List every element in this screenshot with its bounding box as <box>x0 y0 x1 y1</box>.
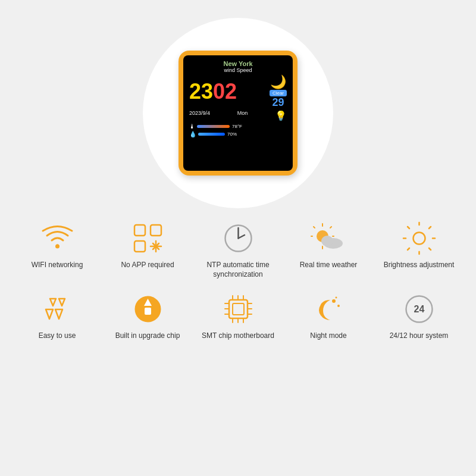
screen-time-row: 2302 🌙 Clear 29 <box>189 74 287 109</box>
screen-city: New York <box>189 60 287 67</box>
thermometer-icon: 🌡 <box>189 123 195 130</box>
screen-weather-label: Clear <box>270 90 287 96</box>
svg-rect-33 <box>233 303 244 315</box>
svg-line-6 <box>238 235 245 239</box>
product-hero: New York wind Speed 2302 🌙 Clear 29 <box>0 0 476 214</box>
device-mockup: New York wind Speed 2302 🌙 Clear 29 <box>178 51 298 176</box>
svg-marker-26 <box>59 299 65 306</box>
feature-brightness: Brightness adjustment <box>380 220 458 270</box>
screen-sensors: 🌡 78°F 💧 70% <box>189 123 287 137</box>
svg-line-21 <box>408 227 409 228</box>
bulb-icon: 💡 <box>275 110 287 121</box>
device-screen: New York wind Speed 2302 🌙 Clear 29 <box>183 55 293 171</box>
smt-label: SMT chip motherboard <box>202 331 274 341</box>
svg-point-0 <box>55 244 60 248</box>
svg-rect-2 <box>151 225 161 236</box>
wifi-label: WIFI networking <box>32 261 83 270</box>
feature-clock: 24 24/12 hour system <box>380 291 458 341</box>
temp-bar <box>197 125 230 128</box>
moon-icon: 🌙 <box>270 74 286 90</box>
screen-date-row: 2023/9/4 Mon 💡 <box>189 110 287 121</box>
ntp-icon <box>220 220 256 256</box>
night-icon <box>311 291 346 327</box>
features-section: WIFI networking No APP required <box>0 214 476 353</box>
svg-rect-31 <box>145 308 151 315</box>
easy-icon <box>39 291 75 327</box>
feature-no-app: No APP required <box>109 220 186 270</box>
features-row-2: Easy to use Built in upgrade chip <box>12 291 464 341</box>
screen-time: 2302 <box>189 81 237 102</box>
chip-icon <box>130 291 165 327</box>
svg-line-12 <box>314 227 315 228</box>
humidity-icon: 💧 <box>189 131 196 137</box>
svg-point-16 <box>413 232 425 244</box>
wifi-icon <box>39 220 75 256</box>
easy-label: Easy to use <box>39 331 76 341</box>
svg-line-22 <box>429 248 431 250</box>
chip-label: Built in upgrade chip <box>115 331 180 341</box>
svg-point-46 <box>332 299 336 303</box>
svg-line-24 <box>408 248 409 250</box>
svg-marker-28 <box>55 309 62 319</box>
svg-marker-27 <box>46 309 53 319</box>
ntp-label: NTP automatic time synchronization <box>199 261 277 279</box>
clock-icon: 24 <box>401 291 437 327</box>
weather-label: Real time weather <box>300 261 358 270</box>
svg-point-47 <box>337 305 340 307</box>
feature-night: Night mode <box>290 291 367 341</box>
svg-rect-3 <box>134 241 145 252</box>
brightness-label: Brightness adjustment <box>384 261 455 270</box>
svg-line-13 <box>330 227 331 228</box>
svg-line-23 <box>429 227 431 228</box>
svg-point-15 <box>321 236 333 246</box>
svg-marker-25 <box>50 299 56 306</box>
no-app-icon <box>130 220 165 256</box>
screen-wind: wind Speed <box>189 67 287 73</box>
svg-rect-1 <box>134 225 145 236</box>
weather-icon <box>311 220 346 256</box>
svg-text:24: 24 <box>414 304 424 314</box>
svg-point-48 <box>335 296 337 298</box>
svg-rect-32 <box>229 300 248 318</box>
brightness-icon <box>401 220 437 256</box>
feature-wifi: WIFI networking <box>18 220 96 270</box>
feature-weather: Real time weather <box>290 220 367 270</box>
no-app-label: No APP required <box>121 261 174 270</box>
humidity-bar <box>198 133 225 136</box>
feature-smt: SMT chip motherboard <box>199 291 277 341</box>
circle-background: New York wind Speed 2302 🌙 Clear 29 <box>143 18 333 208</box>
night-label: Night mode <box>310 331 346 341</box>
feature-ntp: NTP automatic time synchronization <box>199 220 277 279</box>
clock-label: 24/12 hour system <box>390 331 449 341</box>
feature-chip: Built in upgrade chip <box>109 291 186 341</box>
smt-icon <box>220 291 256 327</box>
features-row-1: WIFI networking No APP required <box>12 220 464 279</box>
feature-easy: Easy to use <box>18 291 96 341</box>
screen-weather-temp: 29 <box>272 96 284 109</box>
screen-weather: 🌙 Clear 29 <box>270 74 287 109</box>
